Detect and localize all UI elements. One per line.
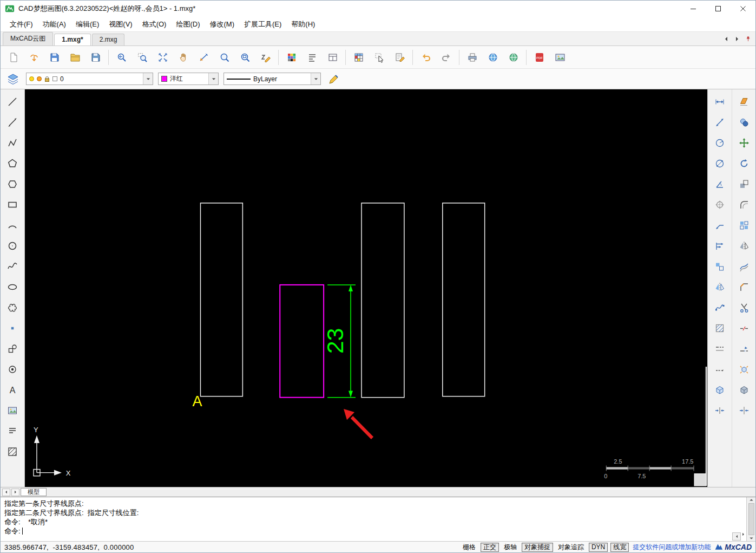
layer-manager-button[interactable] xyxy=(5,71,21,87)
draworder-button[interactable] xyxy=(326,71,342,87)
fillet-button[interactable] xyxy=(735,195,753,214)
offset-button[interactable] xyxy=(735,257,753,276)
hatch-edit-button[interactable] xyxy=(711,318,729,338)
publish-web-button[interactable] xyxy=(483,48,503,67)
open-file-button[interactable] xyxy=(65,48,85,67)
dim-leader-button[interactable] xyxy=(711,216,729,235)
measure-button[interactable] xyxy=(194,48,214,67)
image-insert-button[interactable] xyxy=(3,401,22,420)
drawing-canvas[interactable]: 23 A Y X xyxy=(25,89,707,487)
explode-button[interactable] xyxy=(735,360,753,379)
revcloud-tool-button[interactable] xyxy=(3,298,22,317)
toggle-dyn[interactable]: DYN xyxy=(589,543,608,552)
dim-diameter-button[interactable] xyxy=(711,154,729,173)
break-button[interactable] xyxy=(735,318,753,338)
color-select[interactable]: 洋红 xyxy=(158,73,219,85)
zoom-window-button[interactable] xyxy=(132,48,152,67)
linetype-tool-button[interactable] xyxy=(711,339,729,359)
table-style-button[interactable] xyxy=(349,48,369,67)
circle-tool-button[interactable] xyxy=(3,236,22,256)
redo-button[interactable] xyxy=(436,48,456,67)
hatch-tool-button[interactable] xyxy=(3,442,22,461)
undo-button[interactable] xyxy=(416,48,436,67)
align-3d-button[interactable] xyxy=(735,401,753,420)
arc-tool-button[interactable] xyxy=(3,216,22,235)
command-prompt-line[interactable]: 命令: xyxy=(4,526,744,536)
export-pdf-button[interactable]: PDF xyxy=(529,48,549,67)
menu-extended-tools[interactable]: 扩展工具(E) xyxy=(239,17,286,31)
dimension-annotation[interactable]: 23 xyxy=(323,285,356,398)
dim-linear-button[interactable] xyxy=(711,92,729,112)
minimize-button[interactable] xyxy=(681,1,706,17)
color-palette-button[interactable] xyxy=(281,48,301,67)
zoom-extents-button[interactable] xyxy=(153,48,173,67)
toggle-otrack[interactable]: 对象追踪 xyxy=(556,543,586,552)
zoom-dynamic-button[interactable] xyxy=(214,48,234,67)
command-scrollbar[interactable] xyxy=(746,497,755,541)
mtext-tool-button[interactable] xyxy=(3,421,22,441)
join-button[interactable] xyxy=(735,339,753,359)
save-file-button[interactable] xyxy=(86,48,106,67)
maximize-button[interactable] xyxy=(706,1,731,17)
dim-radius-button[interactable] xyxy=(711,133,729,153)
rotate-button[interactable] xyxy=(735,154,753,173)
dim-center-button[interactable] xyxy=(711,195,729,214)
dim-aligned-button[interactable] xyxy=(711,113,729,132)
dim-edit-button[interactable] xyxy=(711,360,729,379)
toggle-grid[interactable]: 栅格 xyxy=(461,543,478,552)
color-select-dropdown-button[interactable] xyxy=(208,73,218,84)
command-window[interactable]: 指定第一条尺寸界线原点: 指定第二条尺寸界线原点: 指定尺寸线位置: 命令: *… xyxy=(1,497,755,541)
feedback-link[interactable]: 提交软件问题或增加新功能 xyxy=(633,543,711,552)
open-cloud-button[interactable] xyxy=(24,48,44,67)
tab-1mxg[interactable]: 1.mxg* xyxy=(54,34,90,45)
tab-pin-button[interactable] xyxy=(742,34,753,44)
menu-edit[interactable]: 编辑(E) xyxy=(71,17,104,31)
linetype-select-dropdown-button[interactable] xyxy=(311,73,320,84)
linetype-select[interactable]: ByLayer xyxy=(223,73,321,85)
rectangle-middle[interactable] xyxy=(361,203,404,398)
mirror-align-button[interactable] xyxy=(711,277,729,297)
drawing-area[interactable]: 23 A Y X xyxy=(25,89,707,487)
menu-file[interactable]: 文件(F) xyxy=(5,17,38,31)
scrollbar-thumb[interactable] xyxy=(748,503,754,535)
zoom-previous-button[interactable] xyxy=(111,48,132,67)
donut-tool-button[interactable] xyxy=(3,360,22,379)
select-set-button[interactable] xyxy=(369,48,389,67)
viewport-button[interactable] xyxy=(323,48,343,67)
rectangle-right[interactable] xyxy=(443,203,485,396)
toggle-polar[interactable]: 极轴 xyxy=(502,543,519,552)
toggle-ortho[interactable]: 正交 xyxy=(481,543,499,552)
chamfer-button[interactable] xyxy=(735,277,753,297)
scale-button[interactable] xyxy=(735,174,753,194)
align-objects-button[interactable] xyxy=(711,257,729,276)
mirror-button[interactable] xyxy=(735,236,753,256)
zoom-object-button[interactable] xyxy=(235,48,255,67)
array-button[interactable] xyxy=(735,216,753,235)
draw-settings-button[interactable] xyxy=(255,48,275,67)
polygon-tool-button[interactable] xyxy=(3,154,22,173)
rectangle-selected-magenta[interactable] xyxy=(280,285,324,398)
rectangle-left[interactable] xyxy=(200,203,242,396)
text-style-button[interactable] xyxy=(302,48,322,67)
point-tool-button[interactable] xyxy=(3,318,22,338)
tab-mxcad-cloud[interactable]: MxCAD云图 xyxy=(3,32,53,45)
menu-draw[interactable]: 绘图(D) xyxy=(171,17,205,31)
polyline-tool-button[interactable] xyxy=(3,133,22,153)
spline-tool-button[interactable] xyxy=(3,257,22,276)
menu-format[interactable]: 格式(O) xyxy=(137,17,172,31)
close-button[interactable] xyxy=(731,1,755,17)
solid-box-button[interactable] xyxy=(735,380,753,400)
text-tool-button[interactable]: A xyxy=(3,380,22,400)
move-button[interactable] xyxy=(735,133,753,153)
toggle-osnap[interactable]: 对象捕捉 xyxy=(522,543,553,552)
line-tool-button[interactable] xyxy=(3,92,22,112)
tab-scroll-right-button[interactable] xyxy=(732,34,742,44)
save-cloud-button[interactable] xyxy=(44,48,64,67)
tab-scroll-left-button[interactable] xyxy=(721,34,732,44)
hexagon-tool-button[interactable] xyxy=(3,174,22,194)
dim-angular-button[interactable] xyxy=(711,174,729,194)
properties-edit-button[interactable] xyxy=(390,48,410,67)
browser-button[interactable] xyxy=(503,48,523,67)
tab-2mxg[interactable]: 2.mxg xyxy=(92,34,125,45)
xline-tool-button[interactable] xyxy=(3,113,22,132)
